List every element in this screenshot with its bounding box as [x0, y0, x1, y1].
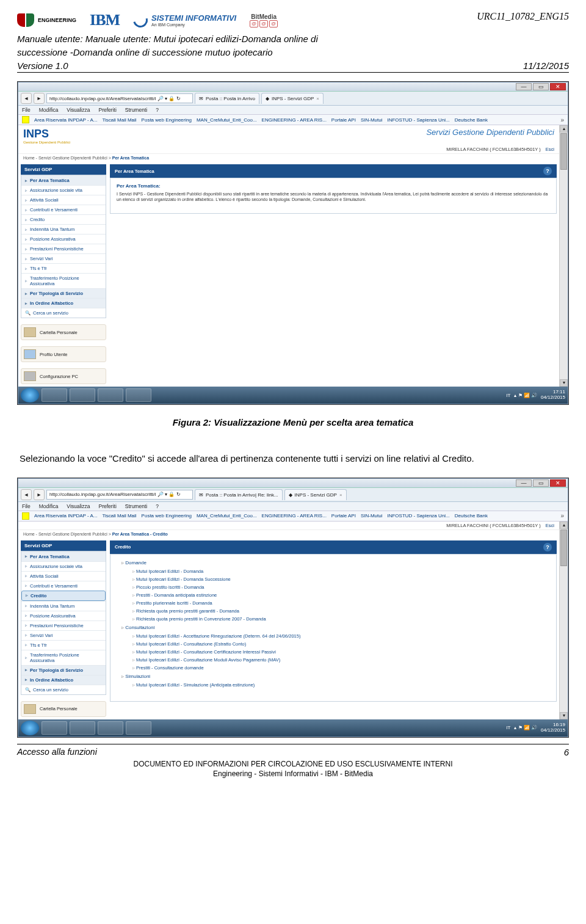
bookmark-link[interactable]: MAN_CreMutui_Enti_Coo...: [197, 513, 257, 518]
sidebar-item-alfabetico[interactable]: ▸In Ordine Alfabetico: [21, 298, 106, 308]
sidebar-cartella[interactable]: Cartella Personale: [21, 701, 106, 717]
taskbar-app[interactable]: [98, 388, 123, 402]
tree-service-link[interactable]: Prestiti - Consultazione domande: [121, 664, 550, 672]
bookmarks-overflow-icon[interactable]: »: [560, 117, 564, 123]
tree-category[interactable]: Consultazioni: [121, 623, 550, 632]
tree-service-link[interactable]: Mutui Ipotecari Edilizi - Domanda Succes…: [121, 575, 550, 583]
forward-button[interactable]: ►: [34, 93, 45, 104]
tab-close-icon[interactable]: ×: [316, 96, 319, 101]
browser-tab[interactable]: ◆INPS - Servizi GDP×: [261, 93, 324, 104]
tree-category[interactable]: Simulazioni: [121, 672, 550, 681]
taskbar-app[interactable]: [70, 388, 95, 402]
back-button[interactable]: ◄: [21, 93, 32, 104]
browser-tab[interactable]: ✉Posta :: Posta in Arrivo| Re: link...: [195, 489, 283, 500]
bookmark-link[interactable]: Posta web Engineering: [142, 513, 192, 518]
sidebar-item[interactable]: ▹Tfs e Tfr: [21, 640, 106, 650]
bookmark-link[interactable]: MAN_CreMutui_Enti_Coo...: [197, 117, 257, 123]
sidebar-item[interactable]: ▹Attività Sociali: [21, 571, 106, 581]
minimize-button[interactable]: —: [516, 479, 532, 487]
menu-help[interactable]: ?: [156, 503, 159, 509]
sidebar-search[interactable]: 🔍Cerca un servizio: [21, 685, 106, 694]
menu-visualizza[interactable]: Visualizza: [67, 107, 90, 113]
tree-service-link[interactable]: Mutui Ipotecari Edilizi - Simulazione (A…: [121, 681, 550, 689]
forward-button[interactable]: ►: [34, 489, 45, 500]
taskbar-flag-icon[interactable]: ▴ ⚑ 📶 🔊: [514, 393, 537, 398]
menu-help[interactable]: ?: [156, 107, 159, 113]
taskbar-lang[interactable]: IT: [506, 393, 510, 398]
sidebar-item-tipologia[interactable]: ▸Per Tipologia di Servizio: [21, 665, 106, 675]
sidebar-item[interactable]: ▹Contributi e Versamenti: [21, 205, 106, 214]
bookmark-link[interactable]: INFOSTUD - Sapienza Uni...: [387, 117, 449, 123]
bookmark-link[interactable]: Portale API: [331, 117, 356, 123]
menu-file[interactable]: File: [22, 107, 31, 113]
sidebar-item-credito[interactable]: ▹Credito: [21, 591, 106, 601]
tree-category[interactable]: Domande: [121, 558, 550, 567]
start-button[interactable]: [21, 388, 39, 402]
menu-modifica[interactable]: Modifica: [39, 503, 59, 509]
browser-tab[interactable]: ✉Posta :: Posta in Arrivo: [195, 93, 259, 104]
menu-preferiti[interactable]: Preferiti: [98, 503, 116, 509]
minimize-button[interactable]: —: [516, 83, 532, 90]
taskbar-app[interactable]: [98, 721, 123, 735]
favorites-star-icon[interactable]: [22, 116, 29, 123]
sidebar-config[interactable]: Configurazione PC: [21, 368, 106, 384]
browser-tab[interactable]: ◆INPS - Servizi GDP×: [284, 489, 347, 500]
taskbar-app[interactable]: [70, 721, 95, 735]
sidebar-profilo[interactable]: Profilo Utente: [21, 346, 106, 362]
tree-service-link[interactable]: Richiesta quota premio prestiti garantit…: [121, 607, 550, 615]
bookmark-link[interactable]: Tiscali Mail Mail: [102, 513, 136, 518]
logout-link[interactable]: Esci: [546, 147, 554, 152]
sidebar-item-area-tematica[interactable]: ▸Per Area Tematica: [21, 551, 106, 561]
vertical-scrollbar[interactable]: ▴ ▾: [559, 522, 568, 719]
bookmark-link[interactable]: Posta web Engineering: [142, 117, 192, 123]
taskbar-flag-icon[interactable]: ▴ ⚑ 📶 🔊: [514, 725, 537, 730]
tree-service-link[interactable]: Mutui Ipotecari Edilizi - Domanda: [121, 567, 550, 575]
sidebar-item[interactable]: ▹Posizione Assicurativa: [21, 234, 106, 244]
sidebar-item-alfabetico[interactable]: ▸In Ordine Alfabetico: [21, 675, 106, 685]
scroll-up-icon[interactable]: ▴: [560, 522, 568, 529]
menu-modifica[interactable]: Modifica: [39, 107, 59, 113]
sidebar-item[interactable]: ▹Credito: [21, 214, 106, 224]
scroll-up-icon[interactable]: ▴: [560, 125, 568, 133]
sidebar-item[interactable]: ▹Trasferimento Posizione Assicurativa: [21, 273, 106, 288]
sidebar-item[interactable]: ▹Assicurazione sociale vita: [21, 185, 106, 195]
help-icon[interactable]: ?: [543, 167, 552, 175]
sidebar-item[interactable]: ▹Contributi e Versamenti: [21, 581, 106, 591]
bookmark-link[interactable]: Portale API: [331, 513, 356, 518]
taskbar-app[interactable]: [126, 721, 151, 735]
sidebar-item[interactable]: ▹Attività Sociali: [21, 195, 106, 205]
sidebar-item[interactable]: ▹Servizi Vari: [21, 253, 106, 263]
start-button[interactable]: [21, 721, 39, 735]
bookmark-link[interactable]: ENGINEERING - AREA RIS...: [262, 117, 327, 123]
taskbar-app[interactable]: [42, 388, 67, 402]
sidebar-item-area-tematica[interactable]: ▸Per Area Tematica: [21, 175, 106, 185]
help-icon[interactable]: ?: [543, 543, 552, 551]
sidebar-cartella[interactable]: Cartella Personale: [21, 324, 106, 340]
tab-close-icon[interactable]: ×: [339, 492, 342, 498]
logout-link[interactable]: Esci: [546, 523, 554, 528]
tree-service-link[interactable]: Mutui Ipotecari Edilizi - Consultazione …: [121, 656, 550, 664]
maximize-button[interactable]: ▭: [533, 479, 549, 487]
address-bar[interactable]: http://collaudo.inpdap.gov.it/AreaRiserv…: [46, 93, 193, 103]
sidebar-item-tipologia[interactable]: ▸Per Tipologia di Servizio: [21, 288, 106, 298]
back-button[interactable]: ◄: [21, 489, 32, 500]
sidebar-item[interactable]: ▹Trasferimento Posizione Assicurativa: [21, 650, 106, 665]
tree-service-link[interactable]: Prestito pluriennale iscritti - Domanda: [121, 599, 550, 607]
bookmark-link[interactable]: Tiscali Mail Mail: [102, 117, 136, 123]
scroll-thumb[interactable]: [560, 133, 567, 170]
menu-preferiti[interactable]: Preferiti: [98, 107, 116, 113]
taskbar-app[interactable]: [126, 388, 151, 402]
bookmark-link[interactable]: INFOSTUD - Sapienza Uni...: [387, 513, 449, 518]
bookmark-link[interactable]: ENGINEERING - AREA RIS...: [262, 513, 327, 518]
tree-service-link[interactable]: Richiesta quota premio prestiti in Conve…: [121, 615, 550, 623]
bookmark-link[interactable]: Area Riservata INPDAP - A...: [34, 117, 97, 123]
favorites-star-icon[interactable]: [22, 512, 29, 520]
bookmarks-overflow-icon[interactable]: »: [560, 512, 564, 519]
bookmark-link[interactable]: SIN-Mutui: [361, 117, 383, 123]
tree-service-link[interactable]: Mutui Ipotecari Edilizi - Accettazione R…: [121, 632, 550, 640]
close-button[interactable]: ✕: [550, 83, 566, 90]
tree-service-link[interactable]: Piccolo prestito iscritti - Domanda: [121, 583, 550, 591]
tree-service-link[interactable]: Mutui Ipotecari Edilizi - Consultazione …: [121, 648, 550, 656]
scroll-thumb[interactable]: [560, 529, 567, 566]
sidebar-item[interactable]: ▹Posizione Assicurativa: [21, 611, 106, 620]
